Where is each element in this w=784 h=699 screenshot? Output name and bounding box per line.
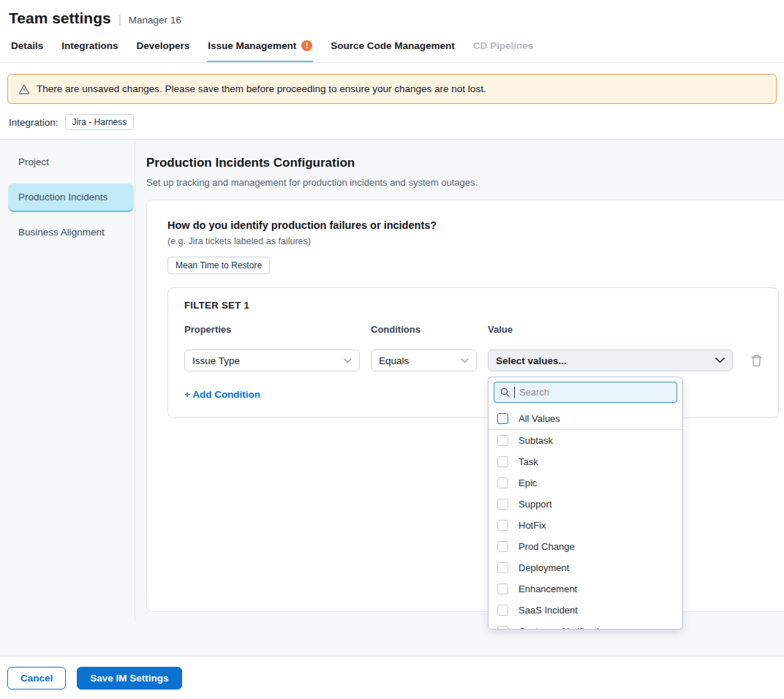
warning-triangle-icon xyxy=(18,83,30,95)
filter-set-title: FILTER SET 1 xyxy=(184,300,762,311)
option-hotfix[interactable]: HotFix xyxy=(489,515,682,536)
tab-developers[interactable]: Developers xyxy=(136,31,191,62)
properties-column-label: Properties xyxy=(184,324,360,335)
option-task[interactable]: Task xyxy=(489,451,682,472)
checkbox-icon[interactable] xyxy=(497,583,508,594)
tab-issue-management[interactable]: Issue Management ! xyxy=(207,31,313,62)
section-heading: Production Incidents Configuration xyxy=(146,156,784,170)
add-condition-button[interactable]: + Add Condition xyxy=(184,389,360,400)
option-support[interactable]: Support xyxy=(489,494,682,515)
value-dropdown-popover: All Values Subtask Task xyxy=(488,377,683,630)
value-multiselect[interactable]: Select values... xyxy=(488,350,733,371)
checkbox-icon[interactable] xyxy=(497,499,508,510)
filter-grid: Properties Conditions Value Issue Type E… xyxy=(184,324,762,400)
checkbox-icon[interactable] xyxy=(497,520,508,531)
checkbox-icon[interactable] xyxy=(497,605,508,616)
checkbox-icon[interactable] xyxy=(497,626,508,630)
option-deployment[interactable]: Deployment xyxy=(489,557,682,578)
cancel-button[interactable]: Cancel xyxy=(7,667,66,689)
integration-label: Integration: xyxy=(9,117,59,128)
content-region: Project Production Incidents Business Al… xyxy=(0,140,784,621)
checkbox-icon[interactable] xyxy=(497,541,508,552)
option-subtask[interactable]: Subtask xyxy=(489,430,682,451)
sidebar-item-business-alignment[interactable]: Business Alignment xyxy=(8,219,134,247)
option-customer-notification[interactable]: Customer Notification xyxy=(489,621,682,630)
option-enhancement[interactable]: Enhancement xyxy=(489,578,682,600)
question-label: How do you identify production failures … xyxy=(167,219,779,231)
unsaved-changes-banner: There are unsaved changes. Please save t… xyxy=(7,74,777,104)
save-im-settings-button[interactable]: Save IM Settings xyxy=(77,667,181,689)
text-cursor xyxy=(514,387,515,398)
tab-details[interactable]: Details xyxy=(10,31,44,62)
main-panel: Production Incidents Configuration Set u… xyxy=(135,140,784,621)
settings-sidebar: Project Production Incidents Business Al… xyxy=(0,140,135,621)
sidebar-item-production-incidents[interactable]: Production Incidents xyxy=(8,184,134,212)
incidents-config-card: How do you identify production failures … xyxy=(146,200,784,612)
delete-condition-button[interactable] xyxy=(751,355,762,367)
conditions-select[interactable]: Equals xyxy=(371,350,477,371)
checkbox-icon[interactable] xyxy=(497,562,508,573)
footer-actions: Cancel Save IM Settings xyxy=(0,656,784,699)
option-all-values[interactable]: All Values xyxy=(489,407,682,430)
tab-cd-pipelines: CD Pipelines xyxy=(472,31,535,62)
value-column-label: Value xyxy=(488,324,733,335)
dropdown-search-input[interactable] xyxy=(519,387,671,398)
option-epic[interactable]: Epic xyxy=(489,472,682,494)
integration-chip[interactable]: Jira - Harness xyxy=(65,114,135,130)
integration-row: Integration: Jira - Harness xyxy=(9,114,775,130)
unsaved-changes-badge-icon: ! xyxy=(301,40,312,51)
option-prod-change[interactable]: Prod Change xyxy=(489,536,682,557)
tab-source-code-management[interactable]: Source Code Management xyxy=(330,31,456,62)
checkbox-icon[interactable] xyxy=(497,456,508,467)
conditions-column-label: Conditions xyxy=(371,324,477,335)
banner-text: There are unsaved changes. Please save t… xyxy=(37,83,486,94)
search-icon xyxy=(500,388,510,397)
question-hint: (e.g. Jira tickets labeled as failures) xyxy=(167,236,779,246)
chevron-down-icon xyxy=(715,358,725,363)
dropdown-search-box xyxy=(494,382,677,403)
title-separator: | xyxy=(118,13,121,26)
option-saas-incident[interactable]: SaaS Incident xyxy=(489,600,682,621)
sidebar-item-project[interactable]: Project xyxy=(8,148,134,177)
checkbox-icon[interactable] xyxy=(497,413,508,424)
section-subheading: Set up tracking and management for produ… xyxy=(146,177,784,188)
page-title: Team settings xyxy=(9,10,111,27)
filter-set-box: FILTER SET 1 Properties Conditions Value… xyxy=(167,287,779,418)
checkbox-icon[interactable] xyxy=(497,435,508,446)
team-name-label: Manager 16 xyxy=(129,15,181,26)
metric-chip-mttr[interactable]: Mean Time to Restore xyxy=(167,257,270,274)
tab-integrations[interactable]: Integrations xyxy=(61,31,118,62)
chevron-down-icon xyxy=(344,358,352,363)
checkbox-icon[interactable] xyxy=(497,477,508,488)
settings-tabbar: Details Integrations Developers Issue Ma… xyxy=(0,31,784,63)
page-header: Team settings | Manager 16 xyxy=(0,0,784,31)
chevron-down-icon xyxy=(461,358,469,363)
properties-select[interactable]: Issue Type xyxy=(184,350,360,371)
value-cell: Select values... xyxy=(488,350,733,371)
